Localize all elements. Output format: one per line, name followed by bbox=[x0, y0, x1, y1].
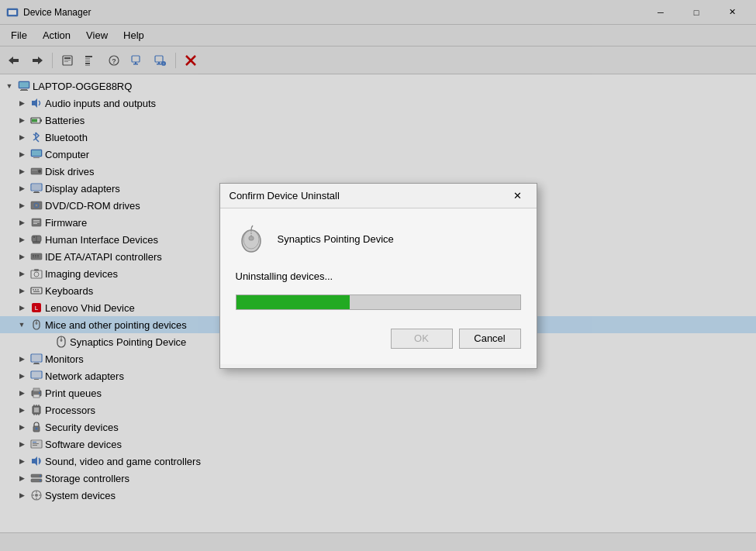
modal-title: Confirm Device Uninstall bbox=[230, 190, 509, 201]
svg-rect-122 bbox=[249, 236, 254, 240]
cancel-button[interactable]: Cancel bbox=[459, 329, 521, 349]
modal-buttons: OK Cancel bbox=[236, 329, 521, 349]
modal-device-name: Synaptics Pointing Device bbox=[278, 233, 394, 245]
device-icon bbox=[236, 224, 267, 255]
modal-close-button[interactable]: ✕ bbox=[509, 186, 527, 205]
ok-button[interactable]: OK bbox=[391, 329, 453, 349]
modal-overlay: Confirm Device Uninstall ✕ bbox=[0, 0, 756, 551]
progress-bar bbox=[236, 295, 350, 309]
modal-titlebar: Confirm Device Uninstall ✕ bbox=[220, 184, 537, 208]
modal-status: Uninstalling devices... bbox=[236, 270, 521, 282]
modal-body: Synaptics Pointing Device Uninstalling d… bbox=[220, 208, 537, 364]
progress-container bbox=[236, 294, 521, 310]
uninstall-dialog: Confirm Device Uninstall ✕ bbox=[219, 183, 537, 369]
device-row: Synaptics Pointing Device bbox=[236, 224, 521, 255]
